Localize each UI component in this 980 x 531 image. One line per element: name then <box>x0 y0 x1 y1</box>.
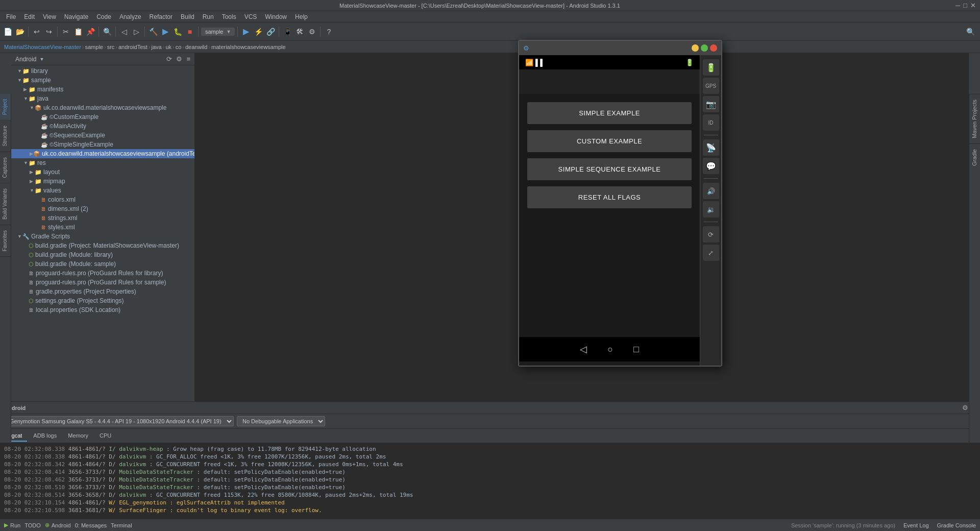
tab-memory[interactable]: Memory <box>63 430 93 442</box>
geny-tool-vol-down[interactable]: 🔉 <box>703 201 719 218</box>
left-tab-captures[interactable]: Captures <box>0 152 11 184</box>
tree-item-gradle-props[interactable]: 🗎 gradle.properties (Project Properties) <box>11 287 194 296</box>
tab-cpu[interactable]: CPU <box>94 430 116 442</box>
left-tab-build-variants[interactable]: Build Variants <box>0 183 11 225</box>
phone-back-btn[interactable]: ◁ <box>580 344 587 355</box>
copy-btn[interactable]: 📋 <box>72 26 84 37</box>
left-tab-structure[interactable]: Structure <box>0 120 11 152</box>
geny-maximize-btn[interactable] <box>701 44 708 52</box>
maximize-btn[interactable]: □ <box>963 2 967 9</box>
tree-item-custom-example[interactable]: ☕ © CustomExample <box>11 112 194 122</box>
phone-custom-example-btn[interactable]: CUSTOM EXAMPLE <box>527 130 692 152</box>
tree-item-res[interactable]: ▼ 📁 res <box>11 158 194 167</box>
back-btn[interactable]: ◁ <box>118 26 130 37</box>
phone-simple-sequence-btn[interactable]: SIMPLE SEQUENCE EXAMPLE <box>527 158 692 180</box>
geny-tool-camera[interactable]: 📷 <box>703 96 719 112</box>
sdk-btn[interactable]: 🛠 <box>294 26 305 37</box>
breadcrumb-deanwild[interactable]: deanwild <box>185 44 207 50</box>
sidebar-settings-icon[interactable]: ⚙ <box>176 55 182 63</box>
menu-item-help[interactable]: Help <box>291 12 312 21</box>
tree-item-mainactivity[interactable]: ☕ © MainActivity <box>11 122 194 131</box>
search-everywhere-btn[interactable]: 🔍 <box>965 26 976 37</box>
phone-recents-btn[interactable]: □ <box>633 344 639 355</box>
geny-tool-sms[interactable]: 💬 <box>703 158 719 174</box>
debuggable-selector[interactable]: No Debuggable Applications <box>237 416 325 426</box>
log-area[interactable]: 08-20 02:32:08.338 4861-4861/? I/ dalvik… <box>0 443 980 519</box>
tree-item-local-props[interactable]: 🗎 local.properties (SDK Location) <box>11 305 194 315</box>
tree-item-java[interactable]: ▼ 📁 java <box>11 94 194 103</box>
geny-close-btn[interactable] <box>710 44 717 52</box>
breadcrumb-co[interactable]: co <box>176 44 182 50</box>
geny-tool-id[interactable]: ID <box>703 114 719 131</box>
menu-item-run[interactable]: Run <box>199 12 218 21</box>
phone-simple-example-btn[interactable]: SIMPLE EXAMPLE <box>527 102 692 124</box>
tree-item-settings-gradle[interactable]: ⬡ settings.gradle (Project Settings) <box>11 296 194 305</box>
tree-item-pkg-androidtest[interactable]: ▶ 📦 uk.co.deanwild.materialshowcaseviews… <box>11 149 194 158</box>
search-btn[interactable]: 🔍 <box>102 26 113 37</box>
menu-item-navigate[interactable]: Navigate <box>60 12 92 21</box>
gradle-console-status[interactable]: Gradle Console <box>937 522 976 528</box>
tree-item-layout[interactable]: ▶ 📁 layout <box>11 167 194 177</box>
right-tab-maven[interactable]: Maven Projects <box>969 94 980 143</box>
debug-btn[interactable]: 🐛 <box>172 26 183 37</box>
tree-item-library[interactable]: ▼ 📁 library <box>11 66 194 76</box>
terminal-status[interactable]: Terminal <box>111 522 132 528</box>
menu-item-vcs[interactable]: VCS <box>240 12 261 21</box>
profile-btn[interactable]: ⚡ <box>253 26 264 37</box>
todo-status[interactable]: TODO <box>24 522 41 528</box>
tab-adb-logs[interactable]: ADB logs <box>28 430 62 442</box>
tree-item-pkg-main[interactable]: ▼ 📦 uk.co.deanwild.materialshowcaseviews… <box>11 103 194 112</box>
tree-item-sequence[interactable]: ☕ © SequenceExample <box>11 131 194 140</box>
tree-item-gradle-scripts[interactable]: ▼ 🔧 Gradle Scripts <box>11 232 194 241</box>
module-selector[interactable]: sample ▼ <box>201 28 235 36</box>
forward-btn[interactable]: ▷ <box>131 26 142 37</box>
attach-btn[interactable]: 🔗 <box>265 26 276 37</box>
minimize-btn[interactable]: ─ <box>955 2 960 9</box>
tree-item-manifests[interactable]: ▶ 📁 manifests <box>11 85 194 94</box>
build-btn[interactable]: 🔨 <box>148 26 159 37</box>
new-file-btn[interactable]: 📄 <box>2 26 13 37</box>
geny-tool-rotate[interactable]: ⟳ <box>703 226 719 243</box>
redo-btn[interactable]: ↪ <box>43 26 55 37</box>
android-status[interactable]: ⊕ Android <box>45 522 71 528</box>
open-btn[interactable]: 📂 <box>14 26 26 37</box>
phone-home-btn[interactable]: ○ <box>607 344 613 355</box>
tree-item-colors[interactable]: 🗎 colors.xml <box>11 195 194 204</box>
tree-item-sample[interactable]: ▼ 📁 sample <box>11 76 194 85</box>
sidebar-gear-icon[interactable]: ≡ <box>186 55 190 63</box>
undo-btn[interactable]: ↩ <box>31 26 42 37</box>
geny-tool-battery[interactable]: 🔋 <box>703 59 719 76</box>
tree-item-build-project[interactable]: ⬡ build.gradle (Project: MaterialShowcas… <box>11 241 194 250</box>
geny-tool-vol-up[interactable]: 🔊 <box>703 183 719 199</box>
stop-btn[interactable]: ■ <box>184 26 195 37</box>
tree-item-proguard-library[interactable]: 🗎 proguard-rules.pro (ProGuard Rules for… <box>11 269 194 278</box>
menu-item-build[interactable]: Build <box>177 12 199 21</box>
device-selector[interactable]: Genymotion Samsung Galaxy S5 - 4.4.4 - A… <box>4 416 234 426</box>
tree-item-values[interactable]: ▼ 📁 values <box>11 186 194 195</box>
tree-item-build-library[interactable]: ⬡ build.gradle (Module: library) <box>11 250 194 259</box>
menu-item-code[interactable]: Code <box>92 12 115 21</box>
tree-item-mipmap[interactable]: ▶ 📁 mipmap <box>11 177 194 186</box>
menu-item-refactor[interactable]: Refactor <box>145 12 177 21</box>
settings-btn[interactable]: ⚙ <box>306 26 317 37</box>
left-tab-favorites[interactable]: Favorites <box>0 225 11 257</box>
breadcrumb-sample[interactable]: sample <box>85 44 103 50</box>
run-app-btn[interactable]: ▶ <box>240 26 252 37</box>
panel-settings-icon[interactable]: ⚙ <box>962 404 968 412</box>
sidebar-sync-icon[interactable]: ⟳ <box>166 55 172 63</box>
geny-tool-fullscreen[interactable]: ⤢ <box>703 245 719 261</box>
paste-btn[interactable]: 📌 <box>85 26 96 37</box>
breadcrumb-src[interactable]: src <box>107 44 115 50</box>
tree-item-strings[interactable]: 🗎 strings.xml <box>11 213 194 223</box>
tree-item-simplesingle[interactable]: ☕ © SimpleSingleExample <box>11 140 194 149</box>
geny-minimize-btn[interactable] <box>692 44 699 52</box>
cut-btn[interactable]: ✂ <box>60 26 71 37</box>
event-log-status[interactable]: Event Log <box>903 522 929 528</box>
geny-tool-signal[interactable]: 📡 <box>703 139 719 156</box>
phone-reset-flags-btn[interactable]: RESET ALL FLAGS <box>527 186 692 208</box>
run-green-btn[interactable]: ▶ <box>160 26 171 37</box>
close-btn[interactable]: ✕ <box>970 2 976 9</box>
tree-item-styles[interactable]: 🗎 styles.xml <box>11 223 194 232</box>
menu-item-edit[interactable]: Edit <box>20 12 39 21</box>
breadcrumb-androidtest[interactable]: androidTest <box>118 44 148 50</box>
